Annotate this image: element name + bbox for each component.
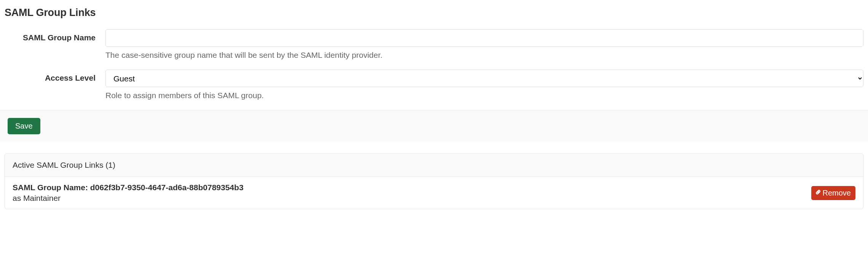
unlink-icon bbox=[814, 188, 822, 198]
active-links-header: Active SAML Group Links (1) bbox=[5, 154, 863, 177]
group-name-label: SAML Group Name bbox=[5, 29, 105, 42]
active-link-row: SAML Group Name: d062f3b7-9350-4647-ad6a… bbox=[5, 177, 863, 209]
form-footer: Save bbox=[0, 110, 868, 142]
access-level-select[interactable]: Guest bbox=[105, 70, 863, 87]
active-link-title: SAML Group Name: d062f3b7-9350-4647-ad6a… bbox=[13, 183, 811, 192]
remove-button[interactable]: Remove bbox=[811, 186, 855, 200]
remove-button-label: Remove bbox=[823, 189, 851, 197]
save-button[interactable]: Save bbox=[8, 118, 40, 134]
group-name-help: The case-sensitive group name that will … bbox=[105, 51, 863, 60]
active-link-role: as Maintainer bbox=[13, 194, 811, 203]
access-level-help: Role to assign members of this SAML grou… bbox=[105, 91, 863, 100]
form-row-group-name: SAML Group Name The case-sensitive group… bbox=[5, 29, 863, 60]
saml-group-name-input[interactable] bbox=[105, 29, 863, 47]
form-row-access-level: Access Level Guest Role to assign member… bbox=[5, 70, 863, 100]
page-title: SAML Group Links bbox=[5, 7, 863, 19]
access-level-label: Access Level bbox=[5, 70, 105, 83]
active-links-panel: Active SAML Group Links (1) SAML Group N… bbox=[5, 153, 863, 209]
